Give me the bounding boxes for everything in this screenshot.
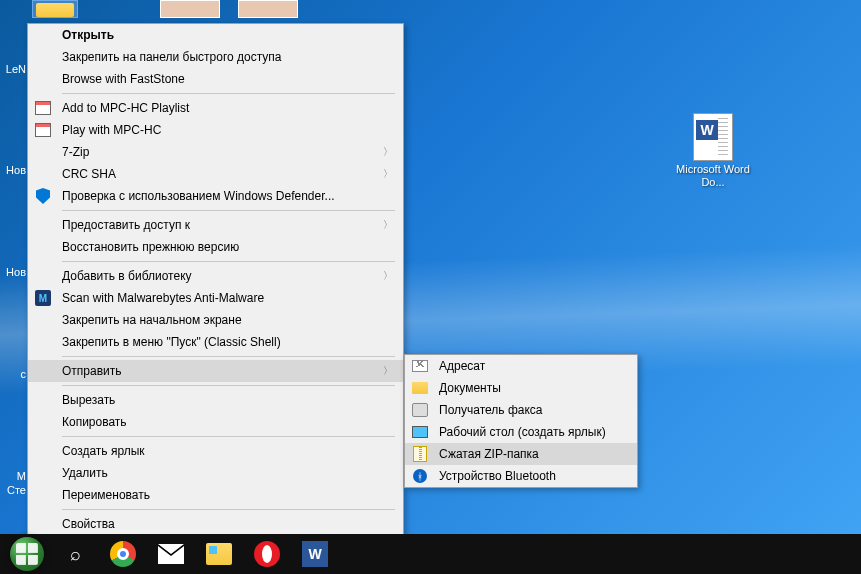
folder-icon [412,382,428,394]
menu-item-label: Отправить [62,364,122,378]
menu-item-label: Рабочий стол (создать ярлык) [439,425,606,439]
mail-icon [412,360,428,372]
desktop-icon-partial[interactable]: М [0,470,26,482]
desktop-icon-word-doc[interactable]: Microsoft Word Do... [675,115,751,189]
menu-item-label: Адресат [439,359,485,373]
context-menu-item[interactable]: Вырезать [28,389,403,411]
context-menu-item[interactable]: Открыть [28,24,403,46]
menu-item-label: Закрепить в меню "Пуск" (Classic Shell) [62,335,281,349]
context-menu-item[interactable]: Удалить [28,462,403,484]
menu-item-label: Вырезать [62,393,115,407]
explorer-icon [206,543,232,565]
menu-item-label: Предоставить доступ к [62,218,190,232]
context-menu-item[interactable]: Переименовать [28,484,403,506]
menu-item-label: Удалить [62,466,108,480]
cal-icon [35,123,51,137]
context-menu-item[interactable]: Закрепить на начальном экране [28,309,403,331]
context-menu-item[interactable]: Добавить в библиотеку〉 [28,265,403,287]
submenu-item[interactable]: Получатель факса [405,399,637,421]
taskbar-mail[interactable] [148,534,194,574]
chevron-right-icon: 〉 [383,218,393,232]
taskbar-search[interactable]: ⌕ [52,534,98,574]
cal-icon [35,101,51,115]
taskbar-opera[interactable] [244,534,290,574]
desktop-icon-partial[interactable]: LeN [0,63,26,75]
menu-item-label: Восстановить прежнюю версию [62,240,239,254]
shield-icon [36,188,50,204]
context-menu-item[interactable]: Закрепить на панели быстрого доступа [28,46,403,68]
menu-item-label: Документы [439,381,501,395]
taskbar-explorer[interactable] [196,534,242,574]
menu-separator [62,261,395,262]
desktop-thumb-2[interactable] [238,0,298,18]
menu-item-label: Browse with FastStone [62,72,185,86]
desktop-icon-partial[interactable]: Нов [0,266,26,278]
menu-item-label: Добавить в библиотеку [62,269,192,283]
context-menu-item[interactable]: Scan with Malwarebytes Anti-Malware [28,287,403,309]
context-menu-item[interactable]: Browse with FastStone [28,68,403,90]
submenu-item[interactable]: Сжатая ZIP-папка [405,443,637,465]
menu-separator [62,509,395,510]
menu-item-label: Создать ярлык [62,444,145,458]
menu-item-label: Scan with Malwarebytes Anti-Malware [62,291,264,305]
start-button[interactable] [4,534,50,574]
taskbar-word[interactable]: W [292,534,338,574]
context-menu: ОткрытьЗакрепить на панели быстрого дост… [27,23,404,536]
taskbar-chrome[interactable] [100,534,146,574]
context-menu-item[interactable]: Play with MPC-HC [28,119,403,141]
menu-item-label: Копировать [62,415,127,429]
context-menu-item[interactable]: Создать ярлык [28,440,403,462]
menu-item-label: Открыть [62,28,114,42]
chevron-right-icon: 〉 [383,364,393,378]
search-icon: ⌕ [70,544,81,565]
menu-separator [62,93,395,94]
menu-separator [62,210,395,211]
zip-icon [413,446,427,462]
chevron-right-icon: 〉 [383,269,393,283]
submenu-item[interactable]: Рабочий стол (создать ярлык) [405,421,637,443]
context-menu-item[interactable]: 7-Zip〉 [28,141,403,163]
submenu-item[interactable]: ᚼУстройство Bluetooth [405,465,637,487]
menu-item-label: 7-Zip [62,145,89,159]
menu-item-label: Сжатая ZIP-папка [439,447,539,461]
context-menu-item[interactable]: Проверка с использованием Windows Defend… [28,185,403,207]
fax-icon [412,403,428,417]
desktop-icon-label: Microsoft Word Do... [675,163,751,189]
submenu-item[interactable]: Адресат [405,355,637,377]
opera-icon [254,541,280,567]
menu-item-label: Проверка с использованием Windows Defend… [62,189,335,203]
desktop-icon-partial[interactable]: с [0,368,26,380]
chevron-right-icon: 〉 [383,167,393,181]
menu-item-label: Закрепить на панели быстрого доступа [62,50,282,64]
menu-item-label: Свойства [62,517,115,531]
menu-item-label: Закрепить на начальном экране [62,313,242,327]
menu-item-label: Получатель факса [439,403,543,417]
context-menu-item[interactable]: Восстановить прежнюю версию [28,236,403,258]
context-menu-item[interactable]: CRC SHA〉 [28,163,403,185]
context-menu-item[interactable]: Отправить〉 [28,360,403,382]
desktop-thumb-1[interactable] [160,0,220,18]
menu-item-label: Play with MPC-HC [62,123,161,137]
submenu-item[interactable]: Документы [405,377,637,399]
menu-item-label: Устройство Bluetooth [439,469,556,483]
word-doc-icon [693,113,733,161]
menu-item-label: CRC SHA [62,167,116,181]
menu-item-label: Переименовать [62,488,150,502]
context-menu-item[interactable]: Свойства [28,513,403,535]
desktop-icon [412,426,428,438]
context-menu-item[interactable]: Add to MPC-HC Playlist [28,97,403,119]
context-menu-item[interactable]: Копировать [28,411,403,433]
menu-separator [62,385,395,386]
mail-icon [158,544,184,564]
chrome-icon [110,541,136,567]
context-menu-item[interactable]: Закрепить в меню "Пуск" (Classic Shell) [28,331,403,353]
taskbar: ⌕ W [0,534,861,574]
desktop-icon-partial[interactable]: Нов [0,164,26,176]
chevron-right-icon: 〉 [383,145,393,159]
desktop-icon-partial[interactable]: Сте [0,484,26,496]
selected-folder-partial[interactable] [32,0,78,18]
menu-separator [62,436,395,437]
context-submenu-send-to: АдресатДокументыПолучатель факсаРабочий … [404,354,638,488]
context-menu-item[interactable]: Предоставить доступ к〉 [28,214,403,236]
bt-icon: ᚼ [413,469,427,483]
